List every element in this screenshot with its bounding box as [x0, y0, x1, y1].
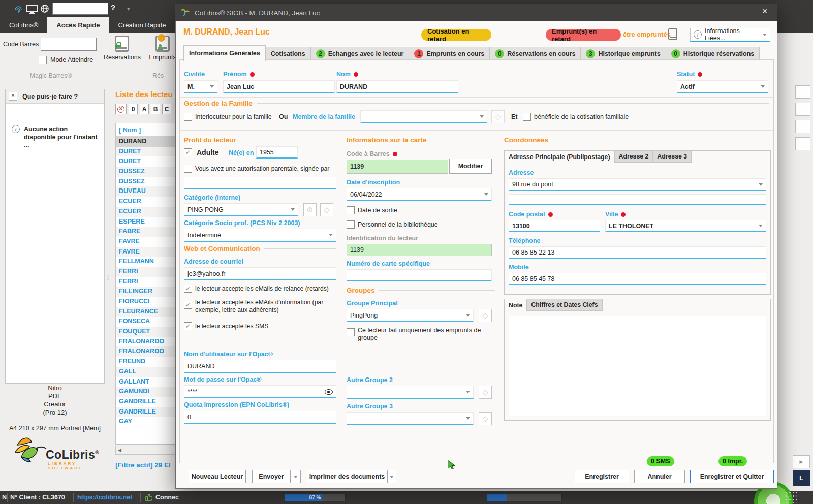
modifier-button[interactable]: Modifier: [449, 159, 492, 174]
clear-groupe2-button[interactable]: ◇: [479, 386, 492, 399]
autre-groupe2-select[interactable]: [347, 386, 474, 399]
alpha-filter-button[interactable]: 0: [129, 104, 138, 114]
reservations-group-label: Rés: [152, 72, 164, 79]
opac-pwd-input[interactable]: ****: [184, 385, 336, 398]
civilite-select[interactable]: M.: [184, 80, 217, 93]
patron-tab[interactable]: 3 Historique emprunts: [581, 47, 666, 61]
envoyer-dropdown-caret[interactable]: [291, 470, 301, 483]
patron-tab[interactable]: 0 Historique réservations: [666, 47, 760, 61]
mobile-input[interactable]: 06 85 85 45 78: [509, 273, 766, 285]
clear-membre-button[interactable]: ◇: [491, 110, 505, 123]
patron-tab[interactable]: 0 Réservations en cours: [490, 47, 581, 61]
colibris-link[interactable]: https://colibris.net: [77, 494, 132, 501]
courriel-input[interactable]: je3@yahoo.fr: [184, 267, 336, 280]
prenom-input[interactable]: Jean Luc: [223, 80, 335, 93]
telephone-input[interactable]: 06 85 85 22 13: [509, 246, 766, 259]
resize-grip[interactable]: [785, 491, 797, 503]
clear-filter-button[interactable]: ✕: [115, 104, 127, 114]
reservations-button[interactable]: Réservations: [104, 36, 140, 61]
carte-specifique-input[interactable]: [347, 269, 492, 281]
panel-title: Que puis-je faire ?: [22, 93, 78, 100]
imprimer-button[interactable]: Imprimer des documents: [307, 470, 387, 483]
alpha-filter-button[interactable]: C: [162, 104, 171, 114]
code-postal-label: Code postal: [509, 211, 553, 218]
informations-liees-dropdown[interactable]: i Informations Liées...: [690, 28, 770, 42]
adresse-tab[interactable]: Adresse 2: [615, 150, 653, 163]
scroll-right-arrow[interactable]: ▶: [793, 455, 810, 468]
collapse-button[interactable]: ^: [9, 92, 17, 101]
adresse-input[interactable]: 98 rue du pont: [509, 178, 766, 191]
eye-icon[interactable]: [325, 389, 333, 395]
patron-tab[interactable]: 2 Echanges avec le lecteur: [311, 47, 410, 61]
patron-tab[interactable]: Cotisations: [266, 47, 311, 61]
identification-value[interactable]: 1139: [347, 244, 492, 256]
enregistrer-quitter-button[interactable]: Enregistrer et Quitter: [690, 470, 774, 483]
monitor-icon[interactable]: [26, 5, 38, 15]
adresse-line2-input[interactable]: [509, 194, 766, 205]
help-icon[interactable]: ?: [111, 3, 115, 12]
ribbon-tab[interactable]: Accès Rapide: [47, 17, 109, 33]
fingerprint-icon[interactable]: [13, 4, 23, 15]
imprimer-dropdown-caret[interactable]: [387, 470, 396, 483]
opac-user-input[interactable]: DURAND: [184, 360, 336, 373]
autre-groupe3-select[interactable]: [347, 412, 474, 425]
ribbon-tab[interactable]: Création Rapide: [109, 17, 175, 33]
emprunts-groupe-checkbox[interactable]: [347, 328, 355, 336]
code-barres-input[interactable]: [41, 38, 97, 51]
nom-input[interactable]: DURAND: [336, 80, 458, 93]
clear-groupe3-button[interactable]: ◇: [479, 412, 492, 425]
globe-icon[interactable]: [40, 4, 49, 15]
note-tab[interactable]: Note: [504, 299, 527, 311]
autre-groupe2-label: Autre Groupe 2: [347, 376, 393, 384]
groupe-principal-select[interactable]: PingPong: [347, 309, 474, 322]
mode-atteindre-checkbox[interactable]: [39, 56, 47, 64]
adulte-checkbox[interactable]: ✓: [184, 148, 192, 156]
code-barres-value[interactable]: 1139: [347, 160, 448, 174]
book-person-icon: →: [155, 36, 170, 52]
autorisation-checkbox[interactable]: [184, 165, 192, 173]
nouveau-lecteur-button[interactable]: Nouveau Lecteur: [189, 470, 246, 483]
emails-info-label: le lecteur accepte les eMAils d'informat…: [195, 299, 341, 314]
tab-count-badge: 0: [495, 49, 504, 58]
toolbar-dropdown-caret[interactable]: ▾: [127, 6, 130, 12]
add-categorie-button[interactable]: ⊕: [303, 203, 317, 216]
interlocuteur-checkbox[interactable]: [184, 113, 192, 121]
scroll-left-arrow[interactable]: ◀: [118, 448, 121, 453]
membre-famille-select[interactable]: [360, 110, 487, 123]
emails-relance-checkbox[interactable]: ✓: [184, 285, 192, 293]
socio-select[interactable]: Indeterminé: [184, 229, 336, 242]
emails-info-checkbox[interactable]: ✓: [184, 301, 192, 309]
code-postal-input[interactable]: 13100: [509, 220, 600, 232]
ribbon-tab[interactable]: CoLibris®: [0, 17, 47, 33]
personnel-checkbox[interactable]: [347, 220, 355, 229]
patron-tab[interactable]: 1 Emprunts en cours: [409, 47, 490, 61]
splitter-handle[interactable]: ⋮: [105, 275, 111, 279]
book-icon[interactable]: [668, 28, 677, 40]
sms-checkbox[interactable]: ✓: [184, 322, 192, 330]
clear-groupe-button[interactable]: ◇: [479, 309, 492, 322]
inscription-select[interactable]: 06/04/2022: [347, 188, 492, 201]
clear-categorie-button[interactable]: ◇: [320, 203, 333, 216]
autorisation-input[interactable]: [184, 177, 336, 189]
statut-select[interactable]: Actif: [677, 80, 768, 93]
alpha-filter-button[interactable]: A: [140, 104, 149, 114]
note-textarea[interactable]: [509, 316, 766, 416]
envoyer-button[interactable]: Envoyer: [252, 470, 291, 483]
dialog-title-bar[interactable]: CoLibris® SIGB - M. DURAND, Jean Luc ×: [175, 4, 777, 21]
adresse-tab[interactable]: Adresse 3: [653, 150, 692, 163]
date-sortie-checkbox[interactable]: [347, 206, 355, 214]
quota-input[interactable]: 0: [184, 411, 336, 424]
ville-select[interactable]: LE THOLONET: [605, 220, 766, 232]
enregistrer-button[interactable]: Enregistrer: [575, 470, 629, 483]
patron-tab[interactable]: Informations Générales: [183, 45, 266, 61]
naissance-input[interactable]: 1955: [256, 146, 298, 159]
adresse-tab[interactable]: Adresse Principale (Publipostage): [504, 150, 615, 163]
note-tab[interactable]: Chiffres et Dates Clefs: [527, 299, 602, 311]
thumbs-up-icon: [145, 493, 152, 502]
alpha-filter-button[interactable]: B: [151, 104, 160, 114]
close-icon[interactable]: ×: [758, 6, 771, 17]
quick-search-input[interactable]: [52, 3, 108, 15]
annuler-button[interactable]: Annuler: [634, 470, 685, 483]
categorie-select[interactable]: PING PONG: [184, 203, 298, 216]
beneficie-checkbox[interactable]: [523, 113, 531, 121]
